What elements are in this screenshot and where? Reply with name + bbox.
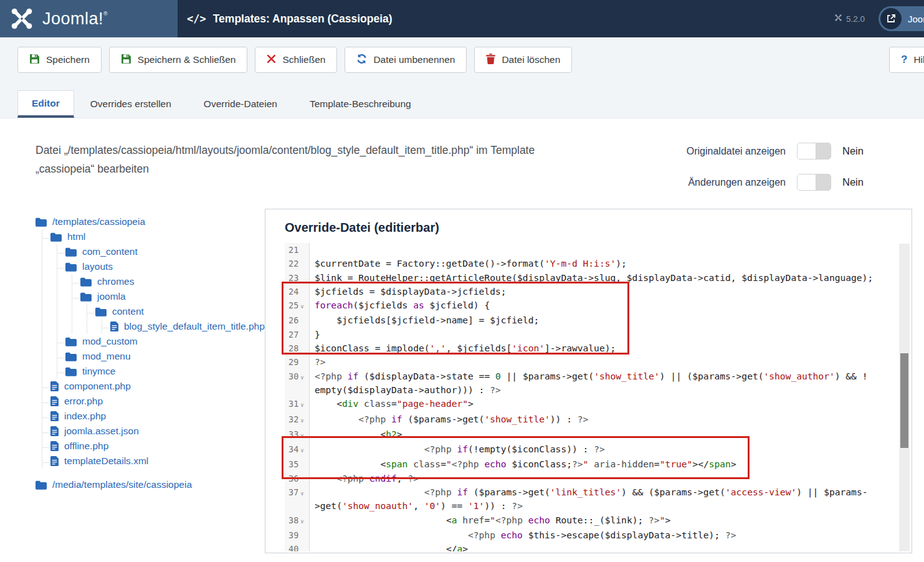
fold-arrow-icon[interactable]: ∨ <box>300 518 303 525</box>
code-text[interactable]: $jcfields = $displayData->jcfields; <box>310 285 899 298</box>
code-text[interactable]: <a href="<?php echo Route::_($link); ?>"… <box>310 513 899 528</box>
code-line-30: 30∨<?php if ($displayData->state == 0 ||… <box>285 369 899 398</box>
fold-arrow-icon[interactable]: ∨ <box>300 303 303 310</box>
fold-arrow-icon[interactable]: ∨ <box>300 490 303 497</box>
tree-item-label: error.php <box>64 396 103 407</box>
toolbar: Speichern Speichern & Schließen Schließe… <box>17 47 572 73</box>
code-text[interactable]: ?> <box>310 355 899 369</box>
code-text[interactable]: <?php if ($params->get('show_title')) : … <box>310 412 899 427</box>
fold-arrow-icon[interactable]: ∨ <box>300 417 303 424</box>
code-text[interactable]: <div class="page-header"> <box>310 397 899 412</box>
file-icon <box>50 381 59 391</box>
tree-folder-chromes[interactable]: chromes <box>80 274 265 289</box>
tree-folder-html[interactable]: html <box>50 229 265 244</box>
tree-folder-com-content[interactable]: com_content <box>65 244 265 259</box>
file-icon <box>50 426 59 436</box>
tree-item-label: templateDetails.xml <box>64 455 148 467</box>
tab-template-beschreibung[interactable]: Template-Beschreibung <box>293 90 427 118</box>
tab-editor[interactable]: Editor <box>17 90 74 118</box>
show-changes-toggle[interactable] <box>797 174 831 191</box>
tree-item-label: component.php <box>64 381 131 392</box>
tree-folder--templates-cassiopeia[interactable]: /templates/cassiopeia <box>36 214 265 229</box>
code-text[interactable]: <h2> <box>310 427 899 442</box>
tree-folder-mod-custom[interactable]: mod_custom <box>65 334 265 349</box>
code-text[interactable]: <span class="<?php echo $iconClass;?>" a… <box>310 457 899 471</box>
rename-file-button[interactable]: Datei umbenennen <box>345 47 467 73</box>
tree-file-component-php[interactable]: component.php <box>50 379 265 394</box>
code-line-32: 32∨ <?php if ($params->get('show_title')… <box>285 412 899 427</box>
line-number: 34∨ <box>285 442 310 457</box>
tree-item-label: mod_custom <box>82 336 138 347</box>
code-text[interactable]: foreach($jcfields as $jcfield) { <box>310 298 899 313</box>
file-edit-heading: Datei „/templates/cassiopeia/html/layout… <box>36 141 634 178</box>
code-text[interactable]: <?php echo $this->escape($displayData->t… <box>310 528 899 542</box>
tree-folder-content[interactable]: content <box>95 304 265 319</box>
code-editor[interactable]: 2122$currentDate = Factory::getDate()->f… <box>285 243 899 551</box>
code-text[interactable]: <?php if ($displayData->state == 0 || $p… <box>310 369 899 398</box>
code-line-24: 24$jcfields = $displayData->jcfields; <box>285 285 899 298</box>
code-text[interactable]: $currentDate = Factory::getDate()->forma… <box>310 257 899 270</box>
tab-overrides-erstellen[interactable]: Overrides erstellen <box>74 90 188 118</box>
original-file-toggle-label: Originaldatei anzeigen <box>642 146 786 157</box>
fold-arrow-icon[interactable]: ∨ <box>300 447 303 454</box>
tree-item-label: com_content <box>82 246 138 257</box>
tree-file-blog-style-default-item-title-php[interactable]: blog_style_default_item_title.php <box>110 319 265 334</box>
brand: Joomla!® <box>0 0 178 37</box>
code-text[interactable]: } <box>310 328 899 341</box>
code-text[interactable]: $jcfields[$jcfield->name] = $jcfield; <box>310 313 899 327</box>
joomla-mini-icon <box>834 14 842 24</box>
save-close-button[interactable]: Speichern & Schließen <box>109 47 248 73</box>
tree-file-joomla-asset-json[interactable]: joomla.asset.json <box>50 424 265 439</box>
tree-folder-layouts[interactable]: layouts <box>65 259 265 274</box>
code-line-40: 40 </a> <box>285 542 899 551</box>
editor-scrollbar[interactable] <box>899 244 910 551</box>
tree-file-index-php[interactable]: index.php <box>50 409 265 424</box>
line-number: 29 <box>285 355 310 369</box>
file-icon <box>50 411 59 421</box>
code-text[interactable]: $link = RouteHelper::getArticleRoute($di… <box>310 271 899 285</box>
original-file-toggle[interactable] <box>797 143 831 160</box>
code-text[interactable]: </a> <box>310 542 899 551</box>
fold-arrow-icon[interactable]: ∨ <box>300 402 303 408</box>
tree-folder-joomla[interactable]: joomla <box>80 289 265 304</box>
tree-folder--media-templates-site-cassiopeia[interactable]: /media/templates/site/cassiopeia <box>36 477 265 492</box>
line-number: 24 <box>285 285 310 298</box>
tree-folder-mod-menu[interactable]: mod_menu <box>65 349 265 364</box>
code-text[interactable]: <?php if(!empty($iconClass)) : ?> <box>310 442 899 457</box>
code-text[interactable]: $iconClass = implode(',', $jcfields['ico… <box>310 341 899 355</box>
file-icon <box>50 456 59 466</box>
line-number: 25∨ <box>285 298 310 313</box>
tree-file-templatedetails-xml[interactable]: templateDetails.xml <box>50 454 265 469</box>
close-button-label: Schließen <box>282 54 325 65</box>
folder-icon <box>65 352 77 361</box>
account-button[interactable]: Joomla <box>879 6 924 31</box>
delete-file-button[interactable]: Datei löschen <box>474 47 572 73</box>
template-file-tree: /templates/cassiopeiahtmlcom_contentlayo… <box>36 214 265 492</box>
tree-file-offline-php[interactable]: offline.php <box>50 439 265 454</box>
fold-arrow-icon[interactable]: ∨ <box>300 432 303 439</box>
tree-file-error-php[interactable]: error.php <box>50 394 265 409</box>
folder-icon <box>65 367 77 376</box>
line-number: 31∨ <box>285 397 310 412</box>
tree-item-label: offline.php <box>64 441 108 452</box>
save-button-label: Speichern <box>46 54 90 65</box>
editor-scrollbar-thumb[interactable] <box>900 353 908 448</box>
help-button[interactable]: ? Hilfe <box>889 47 924 73</box>
folder-icon <box>36 217 47 227</box>
code-line-23: 23$link = RouteHelper::getArticleRoute($… <box>285 271 899 285</box>
topbar: Joomla!® </> Templates: Anpassen (Cassio… <box>0 0 924 37</box>
code-line-27: 27} <box>285 328 899 341</box>
save-button[interactable]: Speichern <box>17 47 102 73</box>
tree-folder-tinymce[interactable]: tinymce <box>65 364 265 379</box>
folder-icon <box>65 337 77 346</box>
code-line-21: 21 <box>285 243 899 257</box>
code-text[interactable] <box>310 243 899 257</box>
code-text[interactable]: <?php endif; ?> <box>310 472 899 485</box>
fold-arrow-icon[interactable]: ∨ <box>300 374 303 381</box>
help-button-label: Hilfe <box>913 54 924 65</box>
question-mark-icon: ? <box>901 54 907 66</box>
code-text[interactable]: <?php if ($params->get('link_titles') &&… <box>310 485 899 513</box>
close-button[interactable]: Schließen <box>255 47 337 73</box>
folder-icon <box>50 232 62 242</box>
tab-override-dateien[interactable]: Override-Dateien <box>188 90 293 118</box>
